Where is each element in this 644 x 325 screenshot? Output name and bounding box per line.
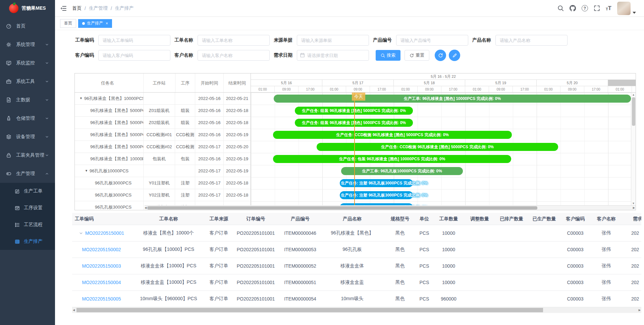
gantt-bar-task[interactable]: 生产任务: 组装 96孔移液盒 [黑色] 5000PCS 完成比例: 0% (295, 119, 413, 127)
sidebar-item-process-flow[interactable]: 工艺流程 (0, 216, 55, 233)
reset-button-label: 重置 (416, 52, 424, 58)
sidebar-item-production-scheduling[interactable]: 生产排产 (0, 233, 55, 250)
gantt-bar-task[interactable]: 生产任务: 包装 96孔移液盒 [黑色] 10000PCS 完成比例: 0% (273, 155, 511, 163)
day-cell: 5月 17 (322, 80, 394, 86)
font-size-icon[interactable]: TT (606, 5, 611, 11)
col-header: 工单数量 (433, 216, 465, 222)
scrollbar-thumb[interactable] (76, 308, 543, 312)
sidebar-item-production-mgmt[interactable]: 生产管理 (0, 164, 55, 183)
work-order-code-input[interactable] (98, 35, 170, 46)
sidebar-item-system-tools[interactable]: 系统工具 (0, 72, 55, 91)
gantt-vertical-scrollbar[interactable]: ▲ ▼ (631, 93, 636, 206)
scrollbar-thumb[interactable] (147, 206, 537, 210)
work-order-link[interactable]: MO202205150002 (82, 247, 121, 252)
product-code-input[interactable] (396, 35, 468, 46)
customer-code-input[interactable] (98, 50, 170, 61)
tab-label: 生产排产 (87, 20, 103, 26)
expand-chevron-icon[interactable] (79, 231, 83, 235)
collapse-triangle-icon[interactable]: ▼ (79, 93, 83, 104)
scroll-left-icon[interactable]: ◀ (73, 308, 75, 313)
tab-close-icon[interactable]: × (106, 21, 108, 26)
collapse-triangle-icon[interactable]: ▼ (85, 165, 88, 177)
sidebar-item-production-order[interactable]: 生产工单 (0, 183, 55, 200)
gantt-row[interactable]: ▼96孔孔板10000PCS 2022-05-17 2022-05-19 (75, 165, 251, 177)
gantt-week-range: 5月 16 - 5月 22 (251, 73, 636, 80)
customer-name-input[interactable] (198, 50, 270, 61)
gantt-bar-task[interactable]: 生产任务: 注塑 96孔孔板3000PCS 完成比例: 0% (340, 179, 413, 187)
sidebar-item-fixtures[interactable]: 工装夹具管理 (0, 146, 55, 164)
gantt-row[interactable]: 96孔孔板3000PCS Y02注塑机 注塑 2022-05-17 2022-0… (75, 189, 251, 201)
github-icon[interactable] (570, 5, 576, 11)
gantt-row[interactable]: 96孔移液盒【黑色】5000PCS Z01组装机 组装 2022-05-16 2… (75, 105, 251, 117)
gantt-row[interactable]: 96孔孔板3000PCS Y01注塑机 注塑 2022-05-17 2022-0… (75, 177, 251, 189)
scroll-right-icon[interactable]: ▶ (633, 206, 635, 210)
sidebar-collapse-icon[interactable] (60, 5, 67, 12)
gantt-bar-task[interactable]: 生产任务: CCD检测 96孔移液盒 [黑色] 5000PCS 完成比例: 0% (317, 143, 558, 151)
work-order-link[interactable]: MO202205150003 (82, 263, 121, 269)
sidebar-item-system-mgmt[interactable]: 系统管理 (0, 35, 55, 54)
sidebar-item-label: 系统工具 (16, 78, 35, 85)
breadcrumb-home[interactable]: 首页 (72, 5, 82, 11)
sidebar-item-label: 生产管理 (16, 171, 35, 177)
sidebar-item-system-monitor[interactable]: 系统监控 (0, 54, 55, 72)
chevron-down-icon (45, 116, 49, 120)
gantt-bar-order[interactable]: 生产工单: 96孔孔板10000PCS 完成比例: 0% (341, 167, 463, 175)
chevron-down-icon (45, 79, 49, 84)
chevron-down-icon (45, 43, 49, 47)
breadcrumb-separator: / (111, 6, 112, 11)
table-row: MO202205150002 96孔孔板【10000】PCS 客户订单 PO20… (72, 241, 641, 258)
gantt-bar-task[interactable]: 生产任务: 注塑 96孔孔板3000PCS 完成比例: 0% (340, 191, 413, 199)
edit-round-button[interactable] (449, 50, 460, 61)
work-order-link[interactable]: MO202205150005 (82, 296, 121, 302)
table-horizontal-scrollbar[interactable]: ◀ ▶ (72, 307, 641, 313)
navbar-actions: ? TT (557, 2, 636, 15)
search-button[interactable]: 搜索 (376, 50, 400, 61)
sidebar-item-home[interactable]: 首页 (0, 17, 55, 35)
gantt-bar-task[interactable]: 生产任务: CCD检测 96孔移液盒 [黑色] 5000PCS 完成比例: 0% (273, 131, 512, 139)
gantt-bar-task[interactable]: 生产任务: 组装 96孔移液盒 [黑色] 5000PCS 完成比例: 0% (295, 107, 413, 115)
scroll-up-icon[interactable]: ▲ (632, 93, 635, 97)
product-name-input[interactable] (495, 35, 568, 46)
chevron-down-icon (45, 61, 49, 65)
filter-label: 来源单据 (274, 37, 292, 43)
scroll-left-icon[interactable]: ◀ (145, 206, 147, 210)
scroll-right-icon[interactable]: ▶ (639, 308, 641, 313)
reset-button[interactable]: 重置 (405, 50, 429, 61)
gantt-row[interactable]: 96孔移液盒【黑色】5000PCS CCD检测#02 CCD检测 2022-05… (75, 141, 251, 153)
tab-home[interactable]: 首页 (60, 19, 76, 28)
monitor-icon (6, 60, 11, 66)
task-name: 96孔移液盒【黑色】5000PCS (90, 105, 144, 116)
gantt-row[interactable]: ▼96孔移液盒【黑色】10000PCS 2022-05-16 2022-05-2… (75, 93, 251, 105)
work-order-name-input[interactable] (198, 35, 270, 46)
scrollbar-thumb[interactable] (632, 97, 635, 126)
gantt-day-header: 5月 16 5月 17 5月 18 5月 19 5月 20 5月 21 (251, 80, 636, 86)
gantt-row[interactable]: 96孔移液盒【黑色】5000PCS Z02组装机 组装 2022-05-16 2… (75, 117, 251, 129)
search-icon[interactable] (557, 5, 564, 11)
source-doc-input[interactable] (297, 35, 369, 46)
app-logo[interactable]: 苦糖果MES (0, 0, 55, 17)
breadcrumb-section[interactable]: 生产管理 (89, 5, 108, 11)
sidebar-item-label: 生产工单 (24, 188, 43, 194)
user-menu[interactable] (617, 2, 636, 15)
filter-label: 需求日期 (274, 52, 292, 58)
tab-production-scheduling[interactable]: 生产排产 × (78, 19, 112, 28)
fullscreen-icon[interactable] (594, 5, 600, 11)
filter-form: 工单编码 工单名称 来源单据 产品编号 产品名称 (55, 30, 644, 65)
gantt-horizontal-scrollbar[interactable]: ◀ ▶ (145, 205, 636, 210)
sidebar-item-master-data[interactable]: 主数据 (0, 91, 55, 109)
col-header: 已生产数量 (528, 216, 560, 222)
work-order-link[interactable]: MO202205150001 (85, 230, 124, 236)
refresh-round-button[interactable] (435, 50, 446, 61)
sidebar-item-equipment[interactable]: 设备管理 (0, 127, 55, 146)
demand-date-input[interactable] (297, 50, 369, 61)
sidebar-item-label: 工艺流程 (24, 222, 43, 228)
avatar[interactable] (617, 2, 631, 15)
gantt-bar-order[interactable]: 生产工单: 96孔移液盒 [黑色] 10000PCS 完成比例: 0% (274, 95, 631, 103)
help-icon[interactable]: ? (582, 5, 588, 11)
gantt-row[interactable]: 96孔移液盒【黑色】5000PCS CCD检测#01 CCD检测 2022-05… (75, 129, 251, 141)
top-navbar: 首页 / 生产管理 / 生产排产 ? TT (55, 0, 644, 17)
gantt-row[interactable]: 96孔移液盒【黑色】10000PCS 包装机 包装 2022-05-16 202… (75, 153, 251, 165)
work-order-link[interactable]: MO202205150004 (82, 280, 121, 285)
sidebar-item-process-setting[interactable]: 工序设置 (0, 200, 55, 216)
sidebar-item-warehouse[interactable]: 仓储管理 (0, 109, 55, 127)
